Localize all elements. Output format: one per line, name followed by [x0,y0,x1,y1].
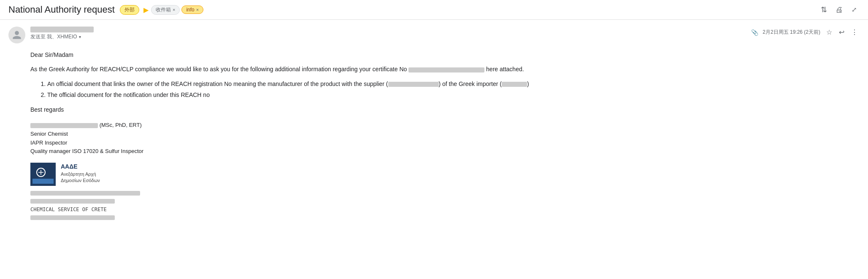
email-container: National Authority request 外部 ▶ 收件箱 × in… [0,0,868,230]
aade-subtitle2: Δημοσίων Εσόδων [61,177,100,184]
tag-inbox[interactable]: 收件箱 × [151,5,180,15]
avatar [8,27,25,43]
signature: (MSc, PhD, ERT) Senior Chemist IAPR Insp… [30,121,860,156]
email-body: Dear Sir/Madam As the Greek Authority fo… [0,47,868,230]
more-options-button[interactable]: ⋮ [849,27,860,38]
signature-title2: IAPR Inspector [30,139,860,148]
supplier-blurred [388,82,439,87]
sender-name [30,27,94,32]
tag-waibou[interactable]: 外部 [120,5,139,15]
org-footer: CHEMICAL SERVICE OF CRETE [30,189,860,222]
svg-rect-1 [32,179,54,184]
importer-blurred [502,82,527,87]
paperclip-icon: 📎 [751,29,758,36]
chevron-down-icon: ▾ [79,35,81,39]
reply-icon: ↩ [839,28,844,36]
greeting: Dear Sir/Madam [30,50,860,59]
print-icon: 🖨 [836,5,843,14]
list-item-1: An official document that links the owne… [47,79,860,89]
external-link-icon: ⤢ [852,6,857,13]
star-button[interactable]: ☆ [825,27,834,38]
reply-button[interactable]: ↩ [837,27,846,38]
expand-collapse-button[interactable]: ⇅ [818,3,830,16]
tag-info[interactable]: info × [181,5,203,14]
more-options-icon: ⋮ [851,28,858,36]
action-icons: ☆ ↩ ⋮ [825,27,860,38]
org-footer-line-blurred3 [30,214,860,222]
star-icon: ☆ [826,28,832,36]
signature-title3: Quality manager ISO 17020 & Sulfur Inspe… [30,147,860,156]
email-meta: 发送至 我、XHMEIO ▾ 📎 2月2日周五 19:26 (2天前) ☆ ↩ … [0,20,868,47]
org-footer-chemical: CHEMICAL SERVICE OF CRETE [30,206,860,214]
body-paragraph1: As the Greek Authority for REACH/CLP com… [30,64,860,74]
aade-subtitle1: Ανεξάρτητη Αρχή [61,171,100,177]
tag-info-label: info [186,7,194,13]
cert-number-blurred [408,67,484,72]
signature-title1: Senior Chemist [30,130,860,139]
email-subject: National Authority request [8,4,115,15]
tag-info-close[interactable]: × [196,7,199,12]
expand-collapse-icon: ⇅ [821,5,827,14]
sender-to-label: 发送至 我、XHMEIO [30,33,77,40]
print-button[interactable]: 🖨 [833,4,846,16]
tag-waibou-label: 外部 [124,6,135,13]
aade-text-block: ΑΑΔΕ Ανεξάρτητη Αρχή Δημοσίων Εσόδων [61,163,100,184]
signature-name: (MSc, PhD, ERT) [30,121,860,130]
org-footer-line-blurred1 [30,189,860,197]
tag-inbox-label: 收件箱 [156,6,171,13]
sender-info: 发送至 我、XHMEIO ▾ [30,27,860,40]
arrow-icon: ▶ [143,6,149,14]
closing: Best regards [30,105,860,114]
body-list: An official document that links the owne… [47,79,860,100]
sender-to[interactable]: 发送至 我、XHMEIO ▾ [30,33,860,40]
header-actions: ⇅ 🖨 ⤢ [818,3,860,16]
external-link-button[interactable]: ⤢ [849,4,860,15]
aade-logo-block: ΑΑΔΕ Ανεξάρτητη Αρχή Δημοσίων Εσόδων [30,163,860,186]
sender-name-row [30,27,860,32]
email-header: National Authority request 外部 ▶ 收件箱 × in… [0,0,868,20]
aade-title: ΑΑΔΕ [61,163,100,171]
timestamp-text: 2月2日周五 19:26 (2天前) [763,29,820,36]
org-footer-line-blurred2 [30,197,860,205]
list-item-2: The official document for the notificati… [47,90,860,99]
name-blurred [30,123,98,128]
email-timestamp: 📎 2月2日周五 19:26 (2天前) ☆ ↩ ⋮ [751,27,860,38]
tag-inbox-close[interactable]: × [173,7,175,12]
aade-logo-box [30,163,56,186]
